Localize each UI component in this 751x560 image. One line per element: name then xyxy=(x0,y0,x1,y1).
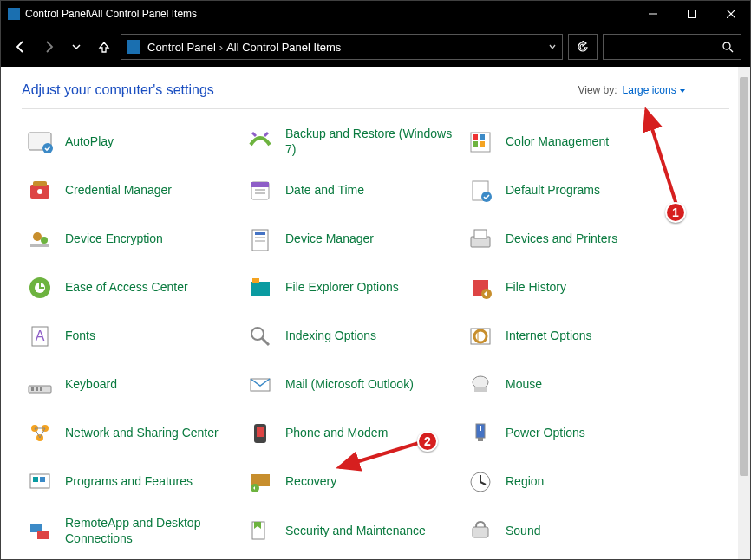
control-panel-item[interactable]: Phone and Modem xyxy=(242,417,459,450)
svg-rect-10 xyxy=(480,134,485,140)
control-panel-item[interactable]: Region xyxy=(462,466,679,498)
item-label: Date and Time xyxy=(285,183,364,199)
item-icon xyxy=(25,467,55,497)
item-label: Network and Sharing Center xyxy=(65,426,219,441)
recent-dropdown-button[interactable] xyxy=(65,36,88,58)
item-icon xyxy=(25,176,55,205)
breadcrumb-chevron-icon[interactable]: › xyxy=(219,41,223,54)
item-icon: A xyxy=(25,322,55,351)
control-panel-item[interactable]: Recovery xyxy=(242,466,459,498)
address-icon xyxy=(127,40,140,54)
item-icon xyxy=(466,322,495,351)
svg-rect-45 xyxy=(31,387,34,391)
control-panel-item[interactable]: Credential Manager xyxy=(22,174,238,207)
content-area: Adjust your computer's settings View by:… xyxy=(1,67,750,559)
item-icon xyxy=(466,273,495,303)
item-icon xyxy=(466,370,495,400)
item-label: Device Encryption xyxy=(65,231,163,247)
navbar: Control Panel › All Control Panel Items xyxy=(1,27,750,67)
svg-line-5 xyxy=(729,49,733,52)
control-panel-item[interactable]: Date and Time xyxy=(242,174,459,207)
item-label: Fonts xyxy=(65,329,95,344)
svg-rect-46 xyxy=(36,387,38,391)
item-label: RemoteApp and Desktop Connections xyxy=(65,516,235,546)
control-panel-item[interactable]: Indexing Options xyxy=(242,320,459,353)
address-bar[interactable]: Control Panel › All Control Panel Items xyxy=(121,34,563,60)
item-label: Power Options xyxy=(506,426,585,441)
item-icon xyxy=(245,273,275,303)
control-panel-item[interactable]: Keyboard xyxy=(22,368,238,401)
control-panel-item[interactable]: File Explorer Options xyxy=(242,271,459,304)
svg-rect-47 xyxy=(40,387,42,391)
app-icon xyxy=(8,8,20,20)
viewby-dropdown[interactable]: Large icons xyxy=(623,84,686,96)
address-seg-1[interactable]: Control Panel xyxy=(147,41,216,54)
control-panel-item[interactable]: Internet Options xyxy=(462,320,679,353)
item-label: File History xyxy=(506,280,566,296)
search-icon xyxy=(722,41,734,53)
svg-rect-30 xyxy=(474,230,487,238)
control-panel-item[interactable]: Mouse xyxy=(462,368,679,401)
maximize-button[interactable] xyxy=(672,1,711,27)
control-panel-item[interactable]: RemoteApp and Desktop Connections xyxy=(22,514,238,548)
svg-rect-60 xyxy=(478,438,483,441)
svg-rect-17 xyxy=(251,182,269,187)
item-label: Mouse xyxy=(506,377,542,393)
svg-rect-11 xyxy=(473,141,478,147)
svg-rect-27 xyxy=(255,237,265,238)
svg-text:A: A xyxy=(36,329,45,343)
refresh-button[interactable] xyxy=(568,34,598,60)
control-panel-item[interactable]: Network and Sharing Center xyxy=(22,417,238,450)
scrollbar-thumb[interactable] xyxy=(740,77,748,476)
scrollbar[interactable] xyxy=(738,67,750,559)
search-input[interactable] xyxy=(603,34,741,60)
item-label: AutoPlay xyxy=(65,134,114,150)
control-panel-item[interactable]: Devices and Printers xyxy=(462,223,679,256)
forward-button[interactable] xyxy=(37,36,60,58)
control-panel-item[interactable]: A Fonts xyxy=(22,320,238,353)
item-icon xyxy=(466,419,495,448)
item-icon xyxy=(25,517,55,546)
control-panel-item[interactable]: Security and Maintenance xyxy=(242,514,459,548)
separator xyxy=(22,108,729,109)
svg-point-22 xyxy=(33,232,42,241)
svg-rect-58 xyxy=(257,427,264,437)
minimize-button[interactable] xyxy=(633,1,672,27)
item-label: Credential Manager xyxy=(65,183,172,199)
address-seg-2[interactable]: All Control Panel Items xyxy=(226,41,341,54)
item-label: Mail (Microsoft Outlook) xyxy=(285,377,414,393)
control-panel-item[interactable]: Programs and Features xyxy=(22,466,238,498)
item-icon xyxy=(466,176,495,205)
svg-rect-26 xyxy=(255,232,265,235)
control-panel-item[interactable]: AutoPlay xyxy=(22,125,238,159)
svg-rect-71 xyxy=(37,531,49,539)
item-label: File Explorer Options xyxy=(285,280,399,296)
address-dropdown-icon[interactable] xyxy=(548,41,557,54)
svg-rect-14 xyxy=(33,181,47,186)
control-panel-item[interactable]: Default Programs xyxy=(462,174,679,207)
item-icon xyxy=(25,273,55,303)
item-label: Ease of Access Center xyxy=(65,280,188,296)
control-panel-item[interactable]: Color Management xyxy=(462,125,679,159)
control-panel-item[interactable]: File History xyxy=(462,271,679,304)
item-icon xyxy=(245,176,275,205)
control-panel-item[interactable]: Device Encryption xyxy=(22,223,238,256)
window-title: Control Panel\All Control Panel Items xyxy=(25,8,197,20)
back-button[interactable] xyxy=(10,36,32,58)
svg-rect-64 xyxy=(40,477,45,482)
control-panel-item[interactable]: Mail (Microsoft Outlook) xyxy=(242,368,459,401)
svg-point-39 xyxy=(251,328,264,340)
control-panel-item[interactable]: Sound xyxy=(462,514,679,548)
item-label: Keyboard xyxy=(65,377,117,393)
svg-line-40 xyxy=(262,338,269,345)
close-button[interactable] xyxy=(711,1,750,27)
svg-rect-73 xyxy=(473,527,488,537)
control-panel-item[interactable]: Power Options xyxy=(462,417,679,450)
control-panel-item[interactable]: Backup and Restore (Windows 7) xyxy=(242,125,459,159)
up-button[interactable] xyxy=(93,36,115,58)
svg-point-23 xyxy=(41,237,48,244)
item-label: Sound xyxy=(506,524,540,539)
control-panel-item[interactable]: Ease of Access Center xyxy=(22,271,238,304)
item-icon xyxy=(245,419,275,448)
control-panel-item[interactable]: Device Manager xyxy=(242,223,459,256)
